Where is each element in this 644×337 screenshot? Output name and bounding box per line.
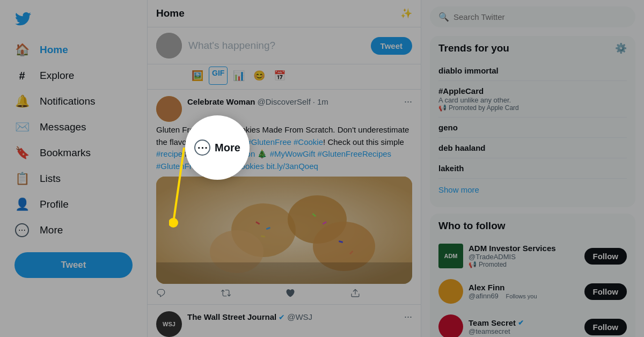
sidebar-item-notifications[interactable]: 🔔 Notifications (6, 89, 141, 114)
retweet-action[interactable] (221, 288, 231, 298)
settings-icon[interactable]: ⚙️ (615, 42, 627, 54)
sidebar-item-messages[interactable]: ✉️ Messages (6, 115, 141, 140)
follow-promoted-adm: 📢 Promoted (469, 261, 579, 268)
tweet-time: 1m (317, 97, 328, 106)
tweet-author-name: Celebrate Woman (187, 97, 255, 106)
follow-info-alex: Alex Finn @afinn69 Follows you (469, 283, 579, 300)
sidebar-item-explore[interactable]: # Explore (6, 63, 141, 88)
trend-label: diablo immortal (438, 66, 627, 75)
more-callout-container: ⋯ More (185, 115, 250, 180)
follow-handle-alex: @afinn69 Follows you (469, 292, 579, 300)
sidebar-item-home-label: Home (40, 44, 68, 56)
sidebar-item-bookmarks[interactable]: 🔖 Bookmarks (6, 141, 141, 165)
sparkle-icon[interactable]: ✨ (400, 8, 412, 19)
follow-avatar-teamsecret (438, 314, 463, 337)
tweet-item-wsj[interactable]: WSJ The Wall Street Journal ✔ @WSJ ··· N… (148, 305, 421, 337)
sidebar-item-lists[interactable]: 📋 Lists (6, 166, 141, 191)
more-callout-icon: ⋯ (194, 140, 210, 156)
like-action[interactable] (286, 288, 295, 298)
follow-button-teamsecret[interactable]: Follow (584, 319, 627, 335)
list-icon: 📋 (15, 172, 29, 186)
tweet-more-button[interactable]: ··· (404, 96, 412, 107)
svg-rect-14 (156, 262, 412, 284)
callout-connector-line (169, 148, 185, 233)
sidebar-item-lists-label: Lists (40, 173, 61, 185)
follows-you-badge: Follows you (502, 292, 540, 301)
follow-avatar-adm: ADM (438, 244, 463, 268)
mail-icon: ✉️ (15, 120, 29, 134)
tweet-name-row-wsj: The Wall Street Journal ✔ @WSJ ··· (187, 311, 412, 323)
follow-item-alex: Alex Finn @afinn69 Follows you Follow (438, 274, 627, 309)
tweet-author-handle: @DiscoverSelf (257, 97, 310, 106)
sidebar-item-profile[interactable]: 👤 Profile (6, 192, 141, 217)
gif-icon[interactable]: GIF (209, 67, 228, 85)
follow-avatar-alex (438, 279, 463, 304)
trend-item-applecard[interactable]: #AppleCard A card unlike any other. 📢 Pr… (438, 81, 627, 118)
svg-point-1 (169, 218, 178, 228)
tweet-hashtag-glutenfreerecipes[interactable]: #GlutenFreeRecipes (318, 149, 392, 158)
poll-icon[interactable]: 📊 (230, 67, 248, 85)
tweet-button[interactable]: Tweet (14, 252, 133, 278)
more-callout-bubble[interactable]: ⋯ More (185, 115, 250, 180)
follow-info-adm: ADM Investor Services @TradeADMIS 📢 Prom… (469, 244, 579, 268)
sidebar-item-messages-label: Messages (40, 121, 86, 133)
bookmark-icon: 🔖 (15, 146, 29, 160)
search-input[interactable] (453, 12, 627, 21)
sidebar-item-explore-label: Explore (40, 70, 74, 82)
bell-icon: 🔔 (15, 94, 29, 108)
share-action[interactable] (350, 288, 360, 298)
trends-title: Trends for you ⚙️ (438, 42, 627, 54)
emoji-icon[interactable]: 😊 (250, 67, 268, 85)
follow-handle-adm: @TradeADMIS (469, 253, 579, 261)
feed-header: Home ✨ (148, 0, 421, 27)
tweet-hashtag-glutenfree[interactable]: #GlutenFree (246, 137, 291, 146)
show-more-trends[interactable]: Show more (438, 179, 627, 201)
tweet-name-row: Celebrate Woman @DiscoverSelf · 1m ··· (187, 96, 412, 107)
who-to-follow-box: Who to follow ADM ADM Investor Services … (430, 214, 635, 337)
search-bar[interactable]: 🔍 (430, 6, 635, 27)
compose-placeholder[interactable]: What's happening? (188, 40, 364, 52)
twitter-logo[interactable] (6, 4, 141, 35)
tweet-hashtag-cookie[interactable]: #Cookie (294, 137, 323, 146)
explore-icon: # (15, 69, 29, 83)
home-icon: 🏠 (15, 43, 29, 57)
who-to-follow-title: Who to follow (438, 220, 627, 232)
tweet-author-handle-wsj: @WSJ (287, 312, 312, 321)
follow-handle-teamsecret: @teamsecret (469, 327, 579, 335)
follow-name-teamsecret: Team Secret ✔ (469, 318, 579, 327)
trend-label-lakeith: lakeith (438, 164, 627, 173)
tweet-more-button-wsj[interactable]: ··· (404, 311, 412, 323)
compose-tweet-button[interactable]: Tweet (371, 37, 412, 55)
sidebar-item-more[interactable]: ⋯ More (6, 218, 141, 243)
reply-action[interactable] (156, 288, 166, 298)
tweet-hashtag-mywowgift[interactable]: #MyWowGift (270, 149, 316, 158)
trend-item-diablo[interactable]: diablo immortal (438, 61, 627, 81)
compose-avatar (156, 33, 182, 58)
tweet-link[interactable]: bit.ly/3anQoeq (266, 162, 318, 171)
feed-title: Home (156, 8, 185, 19)
sidebar-item-more-label: More (40, 224, 63, 236)
person-icon: 👤 (15, 197, 29, 211)
follow-button-adm[interactable]: Follow (584, 248, 627, 265)
follow-info-teamsecret: Team Secret ✔ @teamsecret (469, 318, 579, 335)
tweet-image-svg (156, 177, 412, 284)
compose-icons: 🖼️ GIF 📊 😊 📅 (148, 64, 421, 90)
compose-area: What's happening? Tweet (148, 27, 421, 64)
sidebar-item-bookmarks-label: Bookmarks (40, 147, 91, 159)
trend-label-applecard: #AppleCard (438, 86, 627, 96)
trend-item-lakeith[interactable]: lakeith (438, 158, 627, 179)
follow-name-adm: ADM Investor Services (469, 244, 579, 253)
trend-item-geno[interactable]: geno (438, 118, 627, 138)
follow-item-teamsecret: Team Secret ✔ @teamsecret Follow (438, 309, 627, 337)
trend-item-deb[interactable]: deb haaland (438, 138, 627, 158)
tweet-meta: Celebrate Woman @DiscoverSelf · 1m ··· (187, 96, 412, 107)
sidebar-item-profile-label: Profile (40, 199, 69, 210)
svg-line-0 (173, 148, 184, 223)
follow-name-alex: Alex Finn (469, 283, 579, 292)
right-sidebar: 🔍 Trends for you ⚙️ diablo immortal #App… (421, 0, 644, 337)
image-icon[interactable]: 🖼️ (188, 67, 207, 85)
follow-button-alex[interactable]: Follow (584, 283, 627, 300)
schedule-icon[interactable]: 📅 (270, 67, 289, 85)
sidebar-item-home[interactable]: 🏠 Home (6, 38, 141, 62)
search-icon: 🔍 (438, 12, 449, 22)
